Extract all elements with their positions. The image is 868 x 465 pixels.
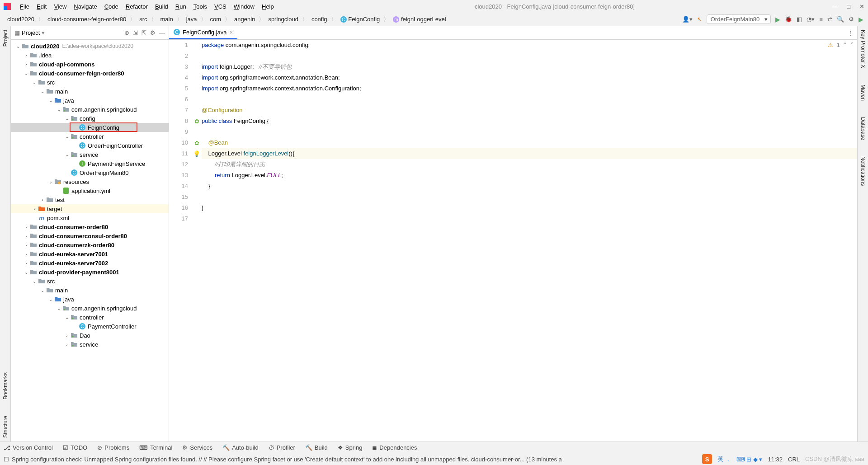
maximize-icon[interactable]: □ (847, 3, 850, 10)
panel-settings-icon[interactable]: ⚙ (150, 29, 156, 36)
tree-item-pom-xml[interactable]: mpom.xml (11, 213, 169, 222)
tree-item-cloud-consumer-order80[interactable]: ›cloud-consumer-order80 (11, 222, 169, 231)
crumb-1[interactable]: cloud-consumer-feign-order80 (45, 16, 129, 23)
menu-navigate[interactable]: Navigate (70, 3, 100, 10)
tree-item-controller[interactable]: ⌄controller (11, 132, 169, 141)
tool-dependencies[interactable]: ≣Dependencies (372, 444, 417, 451)
crumb-8[interactable]: config (309, 16, 330, 23)
tabs-more-icon[interactable]: ⋮ (848, 29, 854, 36)
tree-item-src[interactable]: ⌄src (11, 277, 169, 286)
crumb-9[interactable]: C FeignConfig (338, 16, 383, 23)
crumb-7[interactable]: springcloud (265, 16, 301, 23)
tab-close-icon[interactable]: × (230, 29, 233, 36)
menu-tools[interactable]: Tools (190, 3, 211, 10)
menu-view[interactable]: View (50, 3, 70, 10)
crumb-6[interactable]: angenin (231, 16, 258, 23)
left-tool-project[interactable]: Project (2, 30, 9, 47)
tool-auto-build[interactable]: 🔨Auto-build (222, 444, 259, 451)
left-tool-structure[interactable]: Structure (2, 416, 9, 438)
right-tool-database[interactable]: Database (860, 117, 866, 140)
menu-run[interactable]: Run (172, 3, 190, 10)
translate-icon[interactable]: ⇄ (827, 16, 832, 23)
menu-file[interactable]: File (16, 3, 33, 10)
tool-problems[interactable]: ⊘Problems (97, 444, 129, 451)
run-icon[interactable]: ▶ (775, 16, 780, 23)
settings-icon[interactable]: ⚙ (849, 16, 854, 23)
code-content[interactable]: package com.angenin.springcloud.config; … (202, 40, 857, 442)
tree-item-java[interactable]: ⌄java (11, 96, 169, 105)
tool-version-control[interactable]: ⎇Version Control (4, 444, 53, 451)
editor-inspection-status[interactable]: ⚠ 1 ˄ ˅ (828, 42, 854, 48)
sogou-icon[interactable]: S (702, 454, 712, 464)
stop-icon[interactable]: ■ (819, 16, 823, 23)
right-tool-notifications[interactable]: Notifications (860, 156, 866, 186)
tool-services[interactable]: ⚙Services (182, 444, 212, 451)
collapse-all-icon[interactable]: ⇱ (142, 29, 146, 36)
tree-item--idea[interactable]: ›.idea (11, 51, 169, 60)
tool-terminal[interactable]: ⌨Terminal (139, 444, 172, 451)
tool-spring[interactable]: ❖Spring (338, 444, 363, 451)
tree-item-cloud-api-commons[interactable]: ›cloud-api-commons (11, 60, 169, 69)
tree-item-main[interactable]: ⌄main (11, 87, 169, 96)
tree-item-dao[interactable]: ›Dao (11, 331, 169, 340)
tree-item-config[interactable]: ⌄config (11, 114, 169, 123)
prev-highlight-icon[interactable]: ˄ (844, 42, 847, 48)
menu-window[interactable]: Window (230, 3, 258, 10)
tree-item-java[interactable]: ⌄java (11, 295, 169, 304)
tree-item-cloud-consumerconsul-order80[interactable]: ›cloud-consumerconsul-order80 (11, 231, 169, 240)
tree-item-orderfeigncontroller[interactable]: COrderFeignController (11, 141, 169, 150)
status-icon[interactable]: ☐ (4, 456, 9, 463)
run-config-selector[interactable]: OrderFeignMain80 (707, 14, 771, 24)
close-icon[interactable]: ✕ (859, 3, 864, 10)
tree-item-src[interactable]: ⌄src (11, 78, 169, 87)
tree-item-application-yml[interactable]: application.yml (11, 186, 169, 195)
menu-code[interactable]: Code (101, 3, 122, 10)
crumb-5[interactable]: com (208, 16, 224, 23)
tool-profiler[interactable]: ⏱Profiler (269, 444, 295, 451)
right-tool-keypromoter[interactable]: Key Promoter X (860, 30, 866, 68)
tree-item-cloud-provider-payment8001[interactable]: ⌄cloud-provider-payment8001 (11, 268, 169, 277)
tool-build[interactable]: 🔨Build (305, 444, 328, 451)
tree-item-feignconfig[interactable]: CFeignConfig (11, 123, 169, 132)
tree-item-cloud-eureka-server7001[interactable]: ›cloud-eureka-server7001 (11, 249, 169, 258)
tree-item-service[interactable]: ›service (11, 340, 169, 349)
menu-refactor[interactable]: Refactor (122, 3, 151, 10)
crumb-0[interactable]: cloud2020 (5, 16, 37, 23)
crumb-10[interactable]: m feignLoggerLevel (390, 16, 448, 23)
menu-build[interactable]: Build (151, 3, 172, 10)
left-tool-bookmarks[interactable]: Bookmarks (2, 372, 9, 399)
menu-vcs[interactable]: VCS (211, 3, 230, 10)
tree-item-paymentcontroller[interactable]: CPaymentController (11, 322, 169, 331)
project-tree[interactable]: ⌄cloud2020E:\idea-workspace\cloud2020›.i… (11, 40, 169, 442)
menu-help[interactable]: Help (258, 3, 278, 10)
tree-item-cloud-consumer-feign-order80[interactable]: ⌄cloud-consumer-feign-order80 (11, 69, 169, 78)
tab-feignconfig[interactable]: C FeignConfig.java × (169, 26, 237, 39)
hide-panel-icon[interactable]: — (159, 29, 165, 36)
select-opened-icon[interactable]: ⊕ (124, 29, 129, 36)
next-highlight-icon[interactable]: ˅ (850, 42, 854, 48)
ime-icons[interactable]: ⌨ ⊞ ◆ ▾ (736, 456, 763, 463)
tree-item-cloud-eureka-server7002[interactable]: ›cloud-eureka-server7002 (11, 258, 169, 268)
tree-item-orderfeignmain80[interactable]: COrderFeignMain80 (11, 168, 169, 177)
debug-icon[interactable]: 🐞 (785, 16, 792, 23)
tree-item-resources[interactable]: ⌄resources (11, 177, 169, 186)
build-back-icon[interactable]: ↖ (697, 16, 702, 23)
tree-item-target[interactable]: ›target (11, 204, 169, 213)
minimize-icon[interactable]: ― (832, 3, 838, 10)
crumb-3[interactable]: main (158, 16, 176, 23)
profile-icon[interactable]: ◔▾ (807, 16, 815, 23)
run-anything-icon[interactable]: ▶ (859, 16, 863, 23)
tree-item-service[interactable]: ⌄service (11, 150, 169, 159)
tree-item-paymentfeignservice[interactable]: IPaymentFeignService (11, 159, 169, 168)
tree-item-controller[interactable]: ⌄controller (11, 313, 169, 322)
tree-item-com-angenin-springcloud[interactable]: ⌄com.angenin.springcloud (11, 304, 169, 313)
search-icon[interactable]: 🔍 (837, 16, 844, 23)
crumb-2[interactable]: src (137, 16, 150, 23)
crumb-4[interactable]: java (184, 16, 200, 23)
expand-all-icon[interactable]: ⇲ (133, 29, 138, 36)
tree-item-main[interactable]: ⌄main (11, 286, 169, 295)
code-editor[interactable]: 1234567891011121314151617 ✿✿💡 package co… (169, 40, 857, 442)
menu-edit[interactable]: Edit (33, 3, 50, 10)
tree-item-cloud-consumerzk-order80[interactable]: ›cloud-consumerzk-order80 (11, 240, 169, 249)
right-tool-maven[interactable]: Maven (860, 85, 866, 101)
